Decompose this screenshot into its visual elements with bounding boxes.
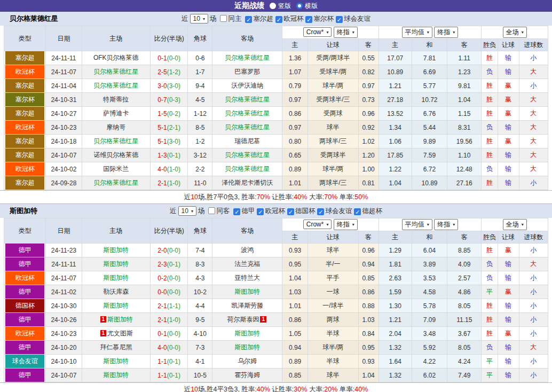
summary-text: 单率: [337, 193, 354, 201]
match-row: 塞尔超24-09-28贝尔格莱德红星2-1(1-0)11-0泽伦斯尼卡潘切沃1.… [4, 176, 548, 190]
match-row: 塞尔超24-11-04贝尔格莱德红星3-0(3-0)9-4沃伊沃迪纳0.79球半… [4, 79, 548, 93]
checkbox-icon[interactable]: ✓ [233, 208, 240, 215]
league-filter-球会友谊[interactable]: ✓球会友谊 [317, 207, 352, 215]
league-filter-德超杯[interactable]: ✓德超杯 [354, 207, 382, 215]
same-away-filter[interactable]: 同客 [208, 207, 230, 216]
goals-result-cell: 小 [519, 244, 548, 257]
home-team: 贝尔格莱德红星 [82, 79, 150, 93]
corner-score: 4-1 [188, 355, 212, 369]
summary-text: 30% [294, 386, 307, 392]
odds-away: 0.84 [358, 327, 378, 341]
avg-draw: 7.59 [412, 148, 447, 162]
odds-away: 1.03 [358, 313, 378, 327]
radio-vertical-layout[interactable]: 竖版 [270, 2, 291, 11]
odds-home: 0.89 [282, 162, 307, 176]
bookmaker-select[interactable]: Crow*▾ [303, 27, 332, 37]
match-count-select[interactable]: 10▾ [178, 206, 196, 216]
match-count-select[interactable]: 10▾ [190, 14, 208, 23]
odds-stage-select[interactable]: 终指▾ [334, 219, 358, 230]
league-filter-塞尔超[interactable]: ✓塞尔超 [245, 15, 273, 22]
result-cell: 平 [482, 355, 498, 369]
avg-away: 12.48 [447, 162, 482, 176]
odds-away: 0.97 [358, 79, 378, 93]
league-badge: 欧冠杯 [4, 271, 46, 285]
radio-selected-icon[interactable] [296, 3, 303, 9]
result-cell: 胜 [482, 148, 498, 162]
league-filter-group: ✓塞尔超✓欧冠杯✓塞尔杯✓球会友谊 [243, 14, 370, 23]
corner-score: 9-4 [188, 79, 212, 93]
corner-score: 8-3 [188, 257, 212, 271]
match-score: 1-1(0-1) [151, 355, 188, 369]
radio-horizontal-layout[interactable]: 横版 [296, 2, 318, 11]
summary-text: 场,胜7平0负3, 胜率: [198, 193, 257, 201]
period-select[interactable]: 全场▾ [503, 27, 527, 38]
away-team: 斯图加特 [212, 285, 282, 299]
result-cell: 负 [482, 162, 498, 176]
league-filter-欧冠杯[interactable]: ✓欧冠杯 [275, 15, 304, 22]
radio-icon[interactable] [270, 3, 276, 9]
summary-text: 20% [324, 386, 337, 392]
avg-home: 1.04 [378, 176, 412, 190]
league-filter-德甲[interactable]: ✓德甲 [233, 207, 255, 215]
same-home-filter[interactable]: 同主 [220, 14, 241, 23]
league-filter-group: ✓德甲✓欧冠杯✓德国杯✓球会友谊✓德超杯 [231, 207, 382, 216]
goals-result-cell: 大 [519, 65, 548, 79]
bookmaker-select[interactable]: Crow*▾ [303, 219, 332, 229]
match-score: 5-1(2-1) [151, 121, 188, 135]
home-team: 斯图加特 [82, 299, 150, 313]
home-team: OFK贝尔格莱德 [82, 51, 150, 65]
match-date: 24-11-04 [46, 79, 82, 93]
checkbox-icon[interactable]: ✓ [336, 16, 343, 23]
checkbox-icon[interactable]: ✓ [354, 208, 361, 215]
average-select[interactable]: 平均值▾ [402, 27, 432, 38]
match-date: 24-10-18 [46, 135, 82, 148]
avg-draw: 4.22 [412, 355, 447, 369]
league-badge: 德甲 [4, 313, 46, 327]
odds-handicap: 球半/两 [308, 341, 358, 355]
home-team: 摩纳哥 [82, 121, 150, 135]
col-away: 客场 [212, 218, 282, 244]
red-card-icon: 1 [100, 316, 107, 323]
checkbox-icon[interactable]: ✓ [287, 208, 294, 215]
checkbox-icon[interactable]: ✓ [245, 16, 252, 23]
summary-text: 大率: [307, 193, 324, 201]
checkbox-icon[interactable]: ✓ [305, 16, 312, 23]
goals-result-cell: 小 [519, 313, 548, 327]
odds-handicap: 一球 [308, 285, 358, 299]
average-select[interactable]: 平均值▾ [402, 219, 432, 230]
goals-result-cell: 小 [519, 285, 548, 299]
period-select[interactable]: 全场▾ [503, 219, 527, 230]
match-score: 2-5(1-2) [151, 65, 188, 79]
match-score: 1-5(0-2) [151, 107, 188, 121]
section-header-stuttgart: 斯图加特 近 10▾ 场 同客 ✓德甲✓欧冠杯✓德国杯✓球会友谊✓德超杯 [0, 204, 552, 218]
corner-score: 4-10 [188, 327, 212, 341]
avg-home: 1.22 [378, 162, 412, 176]
checkbox-icon[interactable] [208, 207, 215, 214]
avg-away: 3.67 [447, 327, 482, 341]
goals-result-cell: 小 [519, 299, 548, 313]
home-team: 贝尔格莱德红星 [82, 135, 150, 148]
away-team: 霍芬海姆 [212, 369, 282, 382]
summary-text: 40% [257, 386, 270, 392]
match-score: 2-1(1-1) [151, 299, 188, 313]
checkbox-icon[interactable]: ✓ [317, 208, 324, 215]
league-filter-塞尔杯[interactable]: ✓塞尔杯 [305, 15, 334, 22]
away-team: 斯图加特 [212, 341, 282, 355]
match-date: 24-11-02 [46, 285, 82, 299]
avg-stage-select[interactable]: 终指▾ [434, 27, 458, 38]
checkbox-icon[interactable]: ✓ [257, 208, 264, 215]
odds-stage-select[interactable]: 终指▾ [334, 27, 358, 38]
home-team: 斯图加特 [82, 369, 150, 382]
home-team: 1斯图加特 [82, 313, 150, 327]
home-team: 斯图加特 [82, 244, 150, 257]
summary-text: 让胜率: [270, 386, 294, 392]
checkbox-icon[interactable]: ✓ [275, 16, 282, 23]
league-filter-欧冠杯[interactable]: ✓欧冠杯 [257, 207, 285, 215]
red-card-icon: 1 [260, 316, 266, 323]
league-filter-球会友谊[interactable]: ✓球会友谊 [336, 15, 370, 22]
avg-dropdown-cell: 平均值▾ 终指▾ [378, 218, 482, 231]
league-filter-德国杯[interactable]: ✓德国杯 [287, 207, 316, 215]
home-team: 国际米兰 [82, 162, 150, 176]
avg-stage-select[interactable]: 终指▾ [434, 219, 458, 230]
checkbox-icon[interactable] [220, 15, 227, 22]
